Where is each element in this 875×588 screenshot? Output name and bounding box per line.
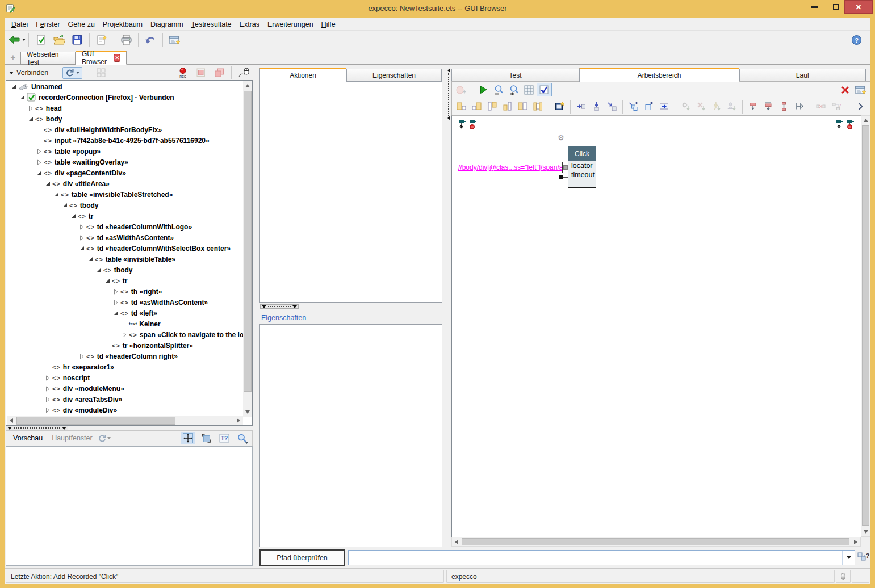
new-window-button[interactable] bbox=[853, 83, 868, 96]
tree-expander-icon[interactable] bbox=[9, 82, 18, 91]
tree-expander-icon[interactable] bbox=[77, 244, 86, 253]
diagram-stop-pin-icon[interactable] bbox=[847, 120, 855, 132]
scrollbar-thumb[interactable] bbox=[462, 538, 849, 545]
tree-item[interactable]: <>tr «horizontalSplitter» bbox=[7, 340, 244, 351]
tree-expander-icon[interactable] bbox=[111, 298, 120, 307]
diagram-input-pin-icon[interactable] bbox=[458, 120, 466, 132]
insert-column-button[interactable] bbox=[530, 100, 546, 114]
diagram-stop-pin-icon[interactable] bbox=[469, 120, 477, 132]
tab-close-icon[interactable]: ✕ bbox=[114, 54, 120, 62]
tree-expander-icon[interactable] bbox=[43, 384, 52, 393]
stop-button[interactable] bbox=[192, 65, 210, 81]
menu-datei[interactable]: Datei bbox=[7, 19, 32, 30]
tree-item[interactable]: <>td «asWidthAsContent» bbox=[7, 297, 244, 308]
tree-item[interactable]: <>div «moduleDiv» bbox=[7, 405, 244, 415]
more-tools-button[interactable] bbox=[853, 100, 868, 114]
menu-extras[interactable]: Extras bbox=[236, 19, 263, 30]
tab-aktionen[interactable]: Aktionen bbox=[259, 68, 346, 82]
tree-item[interactable]: <>div «pageContentDiv» bbox=[7, 167, 244, 178]
back-button[interactable] bbox=[7, 32, 26, 48]
tree-item[interactable]: <>body bbox=[7, 114, 244, 124]
menu-hilfe[interactable]: Hilfe bbox=[317, 19, 340, 30]
help-button[interactable]: ? bbox=[847, 32, 865, 48]
tree-item[interactable]: <>div «titleArea» bbox=[7, 178, 244, 189]
tree-item[interactable]: <>hr «separator1» bbox=[7, 362, 244, 372]
tree-item[interactable]: <>head bbox=[7, 103, 244, 114]
preview-text-inspect-button[interactable]: T? bbox=[217, 432, 232, 444]
grid-toggle-button[interactable] bbox=[521, 83, 537, 96]
add-tab-button[interactable]: + bbox=[8, 52, 18, 62]
tree-item[interactable]: <>div «fullHeightWidthForBodyFix» bbox=[7, 124, 244, 135]
tree-expander-icon[interactable] bbox=[26, 104, 35, 113]
tree-expander-icon[interactable] bbox=[77, 352, 86, 361]
connector-vertical-button[interactable] bbox=[776, 100, 792, 114]
record-action-button[interactable] bbox=[454, 83, 469, 96]
tree-horizontal-scrollbar[interactable] bbox=[7, 416, 243, 425]
record-button[interactable]: REC bbox=[174, 65, 192, 81]
tree-expander-icon[interactable] bbox=[35, 169, 44, 178]
preview-move-button[interactable] bbox=[181, 432, 195, 444]
connect-dropdown-button[interactable]: Verbinden bbox=[6, 68, 53, 78]
menu-fenster[interactable]: Fenster bbox=[32, 19, 64, 30]
delete-button[interactable] bbox=[838, 83, 853, 96]
menu-diagramm[interactable]: Diagramm bbox=[146, 19, 187, 30]
preview-zoom-button[interactable] bbox=[235, 432, 250, 444]
click-step-node[interactable]: Click locator timeout bbox=[568, 146, 596, 188]
insert-below-button[interactable] bbox=[500, 100, 515, 114]
tab-lauf[interactable]: Lauf bbox=[739, 69, 866, 82]
tree-item[interactable]: <>td «left» bbox=[7, 308, 244, 318]
tree-expander-icon[interactable] bbox=[35, 147, 44, 156]
tree-item[interactable]: <>tr bbox=[7, 211, 244, 221]
tree-expander-icon[interactable] bbox=[43, 373, 52, 383]
zoom-out-button[interactable] bbox=[491, 83, 506, 96]
refresh-dropdown-button[interactable] bbox=[62, 67, 82, 79]
menu-gehe-zu[interactable]: Gehe zu bbox=[64, 19, 99, 30]
tree-item[interactable]: <>td «asWidthAsContent» bbox=[7, 232, 244, 243]
tree-item[interactable]: <>tbody bbox=[7, 264, 244, 275]
wrap-block-button[interactable] bbox=[515, 100, 530, 114]
tree-item[interactable]: recorderConnection [Firefox] - Verbunden bbox=[7, 92, 244, 103]
tab-test[interactable]: Test bbox=[451, 69, 579, 82]
tree-item[interactable]: Unnamed bbox=[7, 81, 244, 92]
tree-item[interactable]: <>tbody bbox=[7, 200, 244, 211]
frames-button[interactable] bbox=[210, 65, 228, 81]
preview-splitter[interactable] bbox=[6, 426, 253, 430]
maximize-button[interactable] bbox=[826, 0, 845, 14]
menu-testresultate[interactable]: Testresultate bbox=[187, 19, 236, 30]
new-compound-button[interactable] bbox=[552, 100, 567, 114]
node-title[interactable]: Click bbox=[568, 146, 596, 161]
new-document-button[interactable] bbox=[93, 32, 111, 48]
step-down-button[interactable] bbox=[589, 100, 604, 114]
insert-above-button[interactable] bbox=[484, 100, 500, 114]
gear-icon[interactable]: ⚙ bbox=[558, 133, 564, 142]
insert-before-button[interactable] bbox=[454, 100, 469, 114]
panel-vertical-splitter[interactable] bbox=[446, 68, 451, 120]
canvas-vertical-scrollbar[interactable] bbox=[861, 115, 870, 537]
save-button[interactable] bbox=[68, 32, 86, 48]
mouse-record-button[interactable] bbox=[235, 65, 253, 81]
diagram-canvas[interactable]: ⚙ Click locator timeout //body/div[@clas… bbox=[451, 115, 861, 537]
step-branch-button[interactable] bbox=[604, 100, 619, 114]
add-output-pin-button[interactable] bbox=[761, 100, 776, 114]
tree-expander-icon[interactable] bbox=[43, 406, 52, 415]
minimize-button[interactable] bbox=[805, 0, 824, 14]
tree-item[interactable]: <>td «headerColumnWithLogo» bbox=[7, 221, 244, 232]
tree-item[interactable]: <>div «moduleMenu» bbox=[7, 383, 244, 394]
scrollbar-thumb[interactable] bbox=[16, 417, 175, 425]
tab-eigenschaften[interactable]: Eigenschaften bbox=[346, 69, 442, 82]
tree-expander-icon[interactable] bbox=[69, 212, 78, 221]
tree-expander-icon[interactable] bbox=[60, 201, 69, 210]
tree-item[interactable]: <>table «invisibleTableStretched» bbox=[7, 189, 244, 200]
export-gear-button[interactable] bbox=[678, 100, 693, 114]
tab-gui-browser[interactable]: GUI Browser ✕ bbox=[76, 51, 127, 65]
path-combobox[interactable] bbox=[348, 550, 855, 565]
splitter-handle[interactable] bbox=[260, 304, 299, 309]
connection-help-button[interactable]: ? bbox=[828, 100, 844, 114]
tree-expander-icon[interactable] bbox=[111, 309, 120, 318]
tree-expander-icon[interactable] bbox=[52, 190, 61, 199]
tree-item[interactable]: <>input «7f42ab8e-b41c-4925-bd7f-ab55761… bbox=[7, 135, 244, 146]
canvas-horizontal-scrollbar[interactable] bbox=[451, 537, 861, 547]
tree-item[interactable]: <>table «waitingOverlay» bbox=[7, 157, 244, 167]
tree-item[interactable]: <>table «invisibleTable» bbox=[7, 254, 244, 264]
scrollbar-thumb[interactable] bbox=[862, 125, 869, 526]
